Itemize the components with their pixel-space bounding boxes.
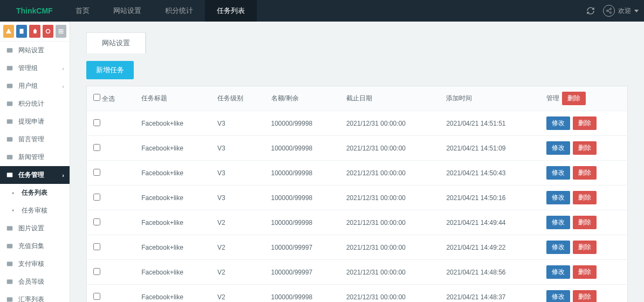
row-checkbox[interactable]: [93, 268, 100, 275]
delete-button[interactable]: 删除: [573, 166, 597, 180]
table-header-row: 全选 任务标题 任务级别 名额/剩余 截止日期 添加时间 管理删除: [87, 86, 628, 111]
cell-quota: 100000/99998: [265, 186, 340, 210]
cell-title: Facebook+like: [135, 260, 211, 285]
sidebar-item[interactable]: 留言管理: [0, 131, 70, 148]
user-menu[interactable]: 欢迎: [603, 5, 639, 17]
cell-level: V3: [211, 111, 265, 136]
row-checkbox[interactable]: [93, 169, 100, 176]
cell-title: Facebook+like: [135, 111, 211, 136]
mail-icon: [5, 135, 14, 144]
sidebar-item[interactable]: 会员等级: [0, 273, 70, 291]
delete-button[interactable]: 删除: [573, 116, 597, 130]
svg-rect-7: [58, 33, 63, 34]
row-checkbox[interactable]: [93, 144, 100, 151]
refresh-icon[interactable]: [586, 6, 595, 16]
edit-button[interactable]: 修改: [546, 290, 570, 302]
svg-rect-9: [7, 66, 13, 70]
edit-button[interactable]: 修改: [546, 166, 570, 180]
delete-button[interactable]: 删除: [573, 191, 597, 204]
svg-rect-17: [7, 244, 13, 248]
top-nav-item[interactable]: 任务列表: [205, 0, 257, 22]
svg-rect-19: [7, 279, 13, 284]
delete-button[interactable]: 删除: [573, 141, 597, 155]
edit-button[interactable]: 修改: [546, 216, 570, 229]
sidebar-item[interactable]: 积分统计: [0, 95, 70, 113]
cell-deadline: 2021/12/31 00:00:00: [340, 111, 440, 136]
table-row: Facebook+likeV3100000/999982021/12/31 00…: [87, 161, 628, 186]
sidebar-item[interactable]: 网站设置: [0, 42, 70, 59]
sidebar-item[interactable]: 管理组›: [0, 59, 70, 77]
tool-warn-icon[interactable]: [3, 25, 14, 38]
content-tabs: 网站设置: [86, 32, 146, 53]
sidebar-subitem[interactable]: 任务审核: [0, 202, 70, 219]
sidebar-item[interactable]: 充值归集: [0, 237, 70, 255]
vine-icon: [5, 278, 14, 286]
sidebar-item[interactable]: 提现申请: [0, 113, 70, 131]
delete-button[interactable]: 删除: [573, 241, 597, 254]
edit-button[interactable]: 修改: [546, 191, 570, 204]
cell-deadline: 2021/12/31 00:00:00: [340, 260, 440, 285]
sidebar-item[interactable]: 用户组›: [0, 77, 70, 95]
top-nav-item[interactable]: 首页: [64, 0, 101, 22]
select-all-checkbox[interactable]: [93, 94, 100, 101]
batch-delete-button[interactable]: 删除: [562, 92, 586, 105]
row-checkbox[interactable]: [93, 243, 100, 250]
sidebar-subitem[interactable]: 任务列表: [0, 184, 70, 202]
sidebar-item[interactable]: 任务管理›: [0, 166, 70, 184]
edit-button[interactable]: 修改: [546, 141, 570, 155]
cell-level: V3: [211, 161, 265, 186]
cell-deadline: 2021/12/31 00:00:00: [340, 161, 440, 186]
table-body: Facebook+likeV3100000/999982021/12/31 00…: [87, 111, 628, 303]
row-checkbox[interactable]: [93, 218, 100, 225]
sidebar-item-label: 管理组: [18, 64, 38, 73]
cell-quota: 100000/99998: [265, 210, 340, 235]
tool-circle-icon[interactable]: [43, 25, 53, 38]
svg-rect-10: [7, 84, 13, 88]
cell-title: Facebook+like: [135, 235, 211, 260]
tool-file-icon[interactable]: [16, 25, 27, 38]
cell-deadline: 2021/12/31 00:00:00: [340, 136, 440, 161]
brand-logo[interactable]: ThinkCMF: [5, 6, 64, 15]
delete-button[interactable]: 删除: [573, 216, 597, 229]
row-checkbox[interactable]: [93, 194, 100, 201]
cell-title: Facebook+like: [135, 186, 211, 210]
cell-level: V2: [211, 235, 265, 260]
tool-list-icon[interactable]: [56, 25, 66, 38]
delete-button[interactable]: 删除: [573, 290, 597, 302]
sidebar-item[interactable]: 支付审核: [0, 255, 70, 273]
cell-level: V2: [211, 210, 265, 235]
table-row: Facebook+likeV2100000/999972021/12/31 00…: [87, 260, 628, 285]
top-nav: 首页网站设置积分统计任务列表: [64, 0, 257, 22]
delete-button[interactable]: 删除: [573, 265, 597, 279]
table-row: Facebook+likeV3100000/999982021/12/31 00…: [87, 186, 628, 210]
tab-site-settings[interactable]: 网站设置: [87, 33, 146, 53]
tool-trash-icon[interactable]: [29, 25, 40, 38]
cell-addtime: 2021/04/21 14:48:56: [440, 260, 540, 285]
pay-icon: [5, 260, 14, 269]
cell-quota: 100000/99998: [265, 136, 340, 161]
main-content: 一淘模版 网站设置 新增任务 全选 任务标题 任务级别 名额/剩余 截止日期 添…: [70, 22, 644, 302]
top-nav-item[interactable]: 网站设置: [101, 0, 153, 22]
svg-rect-3: [20, 29, 24, 34]
svg-rect-13: [7, 137, 13, 141]
sidebar-item-label: 新闻管理: [18, 153, 44, 162]
row-checkbox[interactable]: [93, 293, 100, 300]
edit-button[interactable]: 修改: [546, 116, 570, 130]
sidebar-item-label: 提现申请: [18, 117, 44, 126]
select-all[interactable]: 全选: [93, 95, 115, 102]
edit-button[interactable]: 修改: [546, 265, 570, 279]
row-checkbox[interactable]: [93, 119, 100, 126]
sidebar-item-label: 图片设置: [18, 224, 44, 233]
cell-deadline: 2021/12/31 00:00:00: [340, 186, 440, 210]
table-row: Facebook+likeV3100000/999982021/12/31 00…: [87, 136, 628, 161]
th-quota: 名额/剩余: [265, 86, 340, 111]
sidebar-menu: 网站设置管理组›用户组›积分统计提现申请留言管理新闻管理任务管理›任务列表任务审…: [0, 42, 70, 302]
sidebar-item[interactable]: 新闻管理: [0, 148, 70, 166]
edit-button[interactable]: 修改: [546, 241, 570, 254]
top-nav-item[interactable]: 积分统计: [153, 0, 205, 22]
sidebar-subitem-label: 任务审核: [22, 206, 47, 215]
sidebar-item-label: 会员等级: [18, 277, 44, 286]
add-task-button[interactable]: 新增任务: [86, 61, 134, 79]
sidebar-item[interactable]: 图片设置: [0, 219, 70, 237]
sidebar-item[interactable]: 汇率列表: [0, 291, 70, 302]
